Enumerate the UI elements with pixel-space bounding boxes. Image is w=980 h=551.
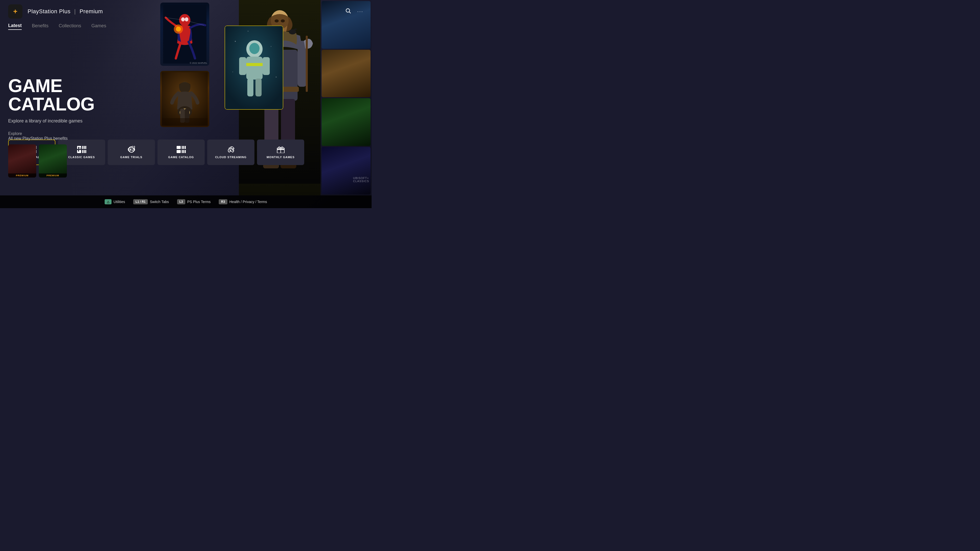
svg-point-85	[232, 150, 233, 151]
explore-btn-cloud-streaming[interactable]: CLOUD STREAMING	[207, 140, 255, 165]
ps-plus-terms-text: PS Plus Terms	[187, 200, 211, 204]
svg-point-11	[249, 43, 259, 54]
playstation-logo: +	[8, 4, 22, 19]
premium-badge-1: PREMIUM	[8, 173, 36, 178]
tab-games[interactable]: Games	[91, 23, 106, 30]
svg-rect-77	[185, 146, 186, 149]
cloud-icon	[226, 146, 235, 153]
mini-card-2[interactable]: PREMIUM	[39, 144, 67, 178]
svg-rect-75	[182, 146, 183, 149]
svg-point-22	[248, 31, 248, 32]
section-subtitle: Explore a library of incredible games	[8, 118, 304, 124]
svg-point-73	[133, 149, 134, 150]
cloud-streaming-label: CLOUD STREAMING	[215, 156, 247, 159]
svg-rect-62	[84, 146, 85, 149]
right-card-2[interactable]	[321, 50, 371, 97]
tab-collections[interactable]: Collections	[59, 23, 81, 30]
right-card-4[interactable]	[321, 147, 371, 195]
classic-icon	[77, 146, 86, 153]
header-title: PlayStation Plus | Premium	[27, 8, 103, 15]
triangle-badge: △	[105, 199, 111, 204]
utilities-text: Utilities	[114, 200, 125, 204]
svg-point-5	[176, 27, 181, 32]
explore-btn-game-trials[interactable]: GAME TRIALS	[108, 140, 155, 165]
navigation-tabs: Latest Benefits Collections Games	[8, 23, 106, 30]
gift-icon	[276, 146, 285, 153]
all-new-section: All new PlayStation Plus benefits PREMIU…	[8, 136, 68, 178]
more-options-button[interactable]: ···	[357, 9, 363, 14]
svg-rect-61	[82, 146, 83, 149]
explore-btn-monthly-games[interactable]: MONTHLY GAMES	[257, 140, 304, 165]
svg-point-20	[232, 72, 233, 72]
health-privacy-text: Health / Privacy / Terms	[229, 200, 267, 204]
svg-rect-13	[246, 63, 262, 66]
svg-rect-14	[239, 57, 246, 75]
premium-badge-2: PREMIUM	[39, 173, 67, 178]
section-title-line1: GAME	[8, 76, 62, 96]
svg-rect-78	[177, 150, 181, 153]
title-separator: |	[74, 8, 76, 14]
title-part1: PlayStation Plus	[27, 8, 70, 14]
header-actions: ···	[345, 8, 363, 15]
l3-badge: L3	[177, 199, 185, 204]
mini-card-1[interactable]: PREMIUM	[8, 144, 36, 178]
controller-icon	[127, 146, 136, 153]
svg-rect-41	[306, 36, 308, 92]
svg-rect-81	[185, 150, 186, 153]
search-button[interactable]	[345, 8, 351, 15]
right-game-grid	[321, 0, 372, 195]
grid-icon-2	[177, 146, 186, 153]
section-title-line2: CATALOG	[8, 94, 94, 114]
svg-rect-67	[85, 150, 86, 153]
r3-badge: R3	[219, 199, 227, 204]
svg-point-19	[271, 46, 272, 47]
bottom-health-privacy: R3 Health / Privacy / Terms	[219, 199, 267, 204]
bottom-ps-plus-terms: L3 PS Plus Terms	[177, 199, 211, 204]
bottom-switch-tabs: L1 / R1 Switch Tabs	[133, 199, 169, 204]
svg-rect-80	[183, 150, 184, 153]
bottom-utilities: △ Utilities	[105, 199, 125, 204]
game-trials-label: GAME TRIALS	[120, 156, 142, 159]
classic-games-label: CLASSIC GAMES	[68, 156, 95, 159]
all-new-label: All new PlayStation Plus benefits	[8, 136, 68, 141]
section-title: GAME CATALOG	[8, 76, 304, 113]
svg-rect-79	[182, 150, 183, 153]
svg-rect-65	[82, 150, 83, 153]
game-catalog-2-label: GAME CATALOG	[168, 156, 194, 159]
title-part2: Premium	[80, 8, 103, 14]
svg-rect-15	[262, 57, 270, 75]
l1r1-badge: L1 / R1	[133, 199, 148, 204]
svg-rect-63	[85, 146, 86, 149]
svg-rect-66	[84, 150, 85, 153]
svg-point-50	[346, 9, 350, 12]
mini-cards-row: PREMIUM PREMIUM	[8, 144, 68, 178]
svg-rect-74	[177, 146, 181, 149]
monthly-games-label: MONTHLY GAMES	[267, 156, 295, 159]
tab-latest[interactable]: Latest	[8, 23, 22, 30]
explore-label: Explore	[8, 131, 304, 136]
svg-line-51	[349, 12, 351, 14]
svg-point-18	[235, 41, 236, 42]
tab-benefits[interactable]: Benefits	[32, 23, 48, 30]
bottom-bar: △ Utilities L1 / R1 Switch Tabs L3 PS Pl…	[0, 195, 372, 208]
svg-point-47	[289, 29, 296, 35]
svg-rect-12	[246, 57, 262, 79]
right-card-3[interactable]	[321, 98, 371, 146]
header: + PlayStation Plus | Premium ···	[0, 0, 372, 23]
spiderman-copyright: © 2022 MARVEL	[189, 62, 207, 64]
ps-plus-icon: +	[13, 7, 18, 16]
svg-rect-76	[183, 146, 184, 149]
explore-btn-game-catalog-2[interactable]: GAME CATALOG	[158, 140, 205, 165]
ubisoft-watermark: UBISOFT+CLASSICS	[353, 176, 369, 183]
switch-tabs-text: Switch Tabs	[150, 200, 169, 204]
